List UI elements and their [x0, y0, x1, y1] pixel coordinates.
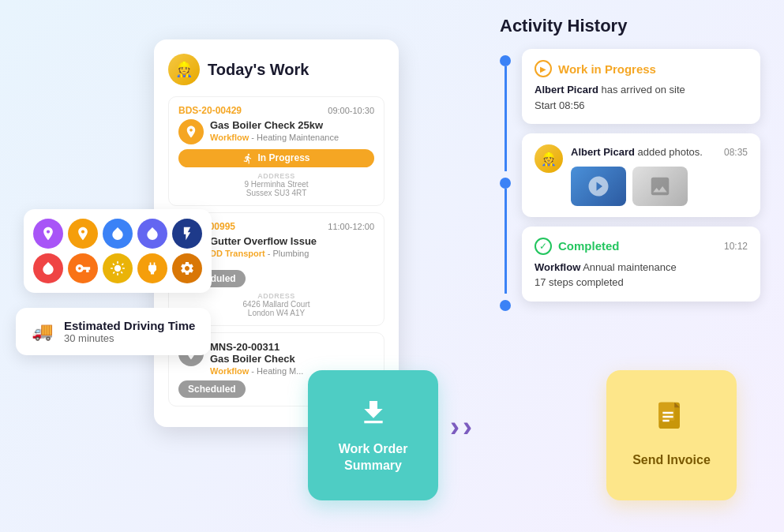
completed-bold: Workflow: [535, 261, 580, 273]
driving-label: Estimated Driving Time: [64, 319, 195, 332]
work-item-1-header: BDS-20-00429 09:00-10:30: [178, 105, 374, 116]
done-status-label: Completed: [558, 239, 620, 253]
driving-time-card: 🚚 Estimated Driving Time 30 minutes: [16, 308, 211, 355]
icon-3[interactable]: [103, 219, 133, 249]
icon-9[interactable]: [137, 253, 167, 283]
timeline-dot-3: [500, 300, 511, 311]
work-item-1-top: Gas Boiler Check 25kw Workflow - Heating…: [178, 119, 374, 144]
work-item-2-info: Gutter Overflow Issue DD Transport - Plu…: [210, 235, 317, 258]
icon-1[interactable]: [33, 219, 63, 249]
address-label-2: ADDRESS: [178, 292, 374, 300]
icon-4[interactable]: [137, 219, 167, 249]
in-progress-label: In Progress: [257, 152, 309, 163]
activity-card-photos: 👷 Albert Picard added photos. 08:35: [522, 133, 760, 217]
work-item-3-workflow: Workflow - Heating M...: [210, 366, 303, 376]
workflow-value-3: Heating M...: [257, 366, 303, 376]
workflow-value-1: Heating Maintenance: [257, 133, 339, 142]
status-in-progress-badge: In Progress: [178, 149, 374, 167]
icon-5[interactable]: [172, 219, 202, 249]
timeline-dot-1: [500, 55, 511, 66]
chevron-icon: ›: [450, 413, 460, 441]
done-icon: ✓: [535, 238, 552, 255]
photo-thumbnails: [571, 167, 748, 206]
work-item-1-workflow: Workflow - Heating Maintenance: [210, 133, 339, 142]
driving-info: Estimated Driving Time 30 minutes: [64, 319, 195, 344]
address-line1-1: 9 Herminha Street: [178, 180, 374, 189]
activity-completed-header: ✓ Completed 10:12: [535, 238, 748, 255]
work-item-1-name: Gas Boiler Check 25kw: [210, 119, 339, 131]
activity-section: Activity History ▶ Work in Progress: [500, 16, 760, 311]
svg-rect-1: [658, 403, 674, 421]
icons-grid-card: [24, 209, 212, 293]
activity-card-completed: ✓ Completed 10:12 Workflow Annual mainte…: [522, 227, 760, 302]
wip-icon: ▶: [535, 60, 552, 77]
timeline-line: [500, 49, 511, 311]
activity-wip-header: ▶ Work in Progress: [535, 60, 748, 77]
work-item-2-time: 11:00-12:00: [328, 222, 374, 231]
icon-2[interactable]: [68, 219, 98, 249]
work-item-2-workflow: DD Transport - Plumbing: [210, 249, 317, 258]
icon-8[interactable]: [103, 253, 133, 283]
download-icon: [358, 397, 389, 435]
scene: 👷 Today's Work BDS-20-00429 09:00-10:30 …: [0, 0, 784, 532]
work-item-1-id: BDS-20-00429: [178, 105, 242, 116]
workflow-label-3: Workflow: [210, 366, 249, 376]
timeline-connector-2: [505, 189, 507, 294]
wip-status-label: Work in Progress: [558, 62, 656, 76]
work-item-1[interactable]: BDS-20-00429 09:00-10:30 Gas Boiler Chec…: [168, 96, 384, 206]
photo-2: [632, 167, 688, 206]
icon-6[interactable]: [33, 253, 63, 283]
work-item-3-info: MNS-20-00311 Gas Boiler Check Workflow -…: [210, 341, 303, 376]
invoice-label: Send Invoice: [632, 452, 711, 469]
photos-time: 08:35: [724, 147, 748, 158]
arrow-connector: › ›: [450, 413, 472, 441]
wip-user: Albert Picard: [535, 84, 598, 96]
timeline-connector-1: [505, 66, 507, 171]
chevron-icon-2: ›: [463, 413, 472, 441]
card-title: Today's Work: [208, 61, 309, 79]
timeline-items: ▶ Work in Progress Albert Picard has arr…: [522, 49, 760, 311]
icon-7[interactable]: [68, 253, 98, 283]
activity-photos-body: Albert Picard added photos.: [571, 144, 703, 160]
completed-text: Annual maintenance: [583, 261, 677, 273]
completed-time: 10:12: [724, 241, 748, 252]
wip-text: has arrived on site: [602, 84, 685, 96]
invoice-icon: [656, 402, 688, 446]
completed-sub: 17 steps completed: [535, 276, 624, 288]
activity-completed-body: Workflow Annual maintenance 17 steps com…: [535, 260, 748, 290]
work-order-label: Work Order Summary: [308, 441, 438, 474]
status-icon: [242, 152, 253, 164]
address-block-1: ADDRESS 9 Herminha Street Sussex SU3 4RT: [178, 172, 374, 197]
photos-user: Albert Picard: [571, 146, 635, 158]
work-item-2-name: Gutter Overflow Issue: [210, 235, 317, 247]
invoice-card[interactable]: Send Invoice: [606, 370, 737, 500]
address-label-1: ADDRESS: [178, 172, 374, 180]
driving-value: 30 minutes: [64, 332, 195, 344]
work-item-1-icon: [178, 119, 204, 144]
work-item-3-id: MNS-20-00311: [210, 341, 303, 353]
activity-card-wip: ▶ Work in Progress Albert Picard has arr…: [522, 49, 760, 124]
photo-1: [571, 167, 626, 206]
workflow-label-1: Workflow: [210, 133, 249, 142]
status-scheduled-badge-3: Scheduled: [178, 380, 246, 398]
work-item-1-time: 09:00-10:30: [328, 106, 374, 115]
timeline-dot-2: [500, 178, 511, 189]
work-item-3-name: Gas Boiler Check: [210, 353, 303, 365]
work-order-card[interactable]: Work Order Summary: [308, 370, 438, 500]
truck-icon: 🚚: [32, 321, 53, 342]
activity-title: Activity History: [500, 16, 760, 36]
activity-wip-body: Albert Picard has arrived on site Start …: [535, 82, 748, 113]
timeline: ▶ Work in Progress Albert Picard has arr…: [500, 49, 760, 311]
address-line2-1: Sussex SU3 4RT: [178, 189, 374, 197]
avatar: 👷: [168, 54, 200, 85]
address-line1-2: 6426 Mallard Court: [178, 300, 374, 309]
scheduled-label-3: Scheduled: [188, 384, 236, 395]
icon-10[interactable]: [172, 253, 202, 283]
photos-text: added photos.: [638, 146, 703, 158]
workflow-value-2: Plumbing: [272, 249, 309, 258]
card-header: 👷 Today's Work: [168, 54, 384, 85]
photos-avatar: 👷: [535, 144, 563, 173]
work-item-1-info: Gas Boiler Check 25kw Workflow - Heating…: [210, 119, 339, 142]
workflow-label-2: DD Transport: [210, 249, 265, 258]
wip-sub: Start 08:56: [535, 99, 585, 111]
